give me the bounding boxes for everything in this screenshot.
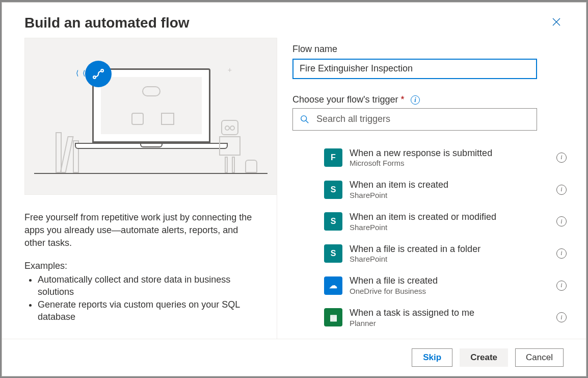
trigger-label: Choose your flow's trigger (292, 94, 405, 105)
trigger-item[interactable]: ☁When a file is createdOneDrive for Busi… (292, 269, 585, 301)
info-icon[interactable]: i (556, 312, 567, 322)
dialog-title: Build an automated flow (24, 15, 190, 31)
close-icon (552, 18, 560, 26)
trigger-subtitle: SharePoint (350, 255, 556, 263)
trigger-item[interactable]: ▦When a task is assigned to mePlanneri (292, 301, 585, 334)
trigger-subtitle: SharePoint (350, 223, 556, 232)
create-button[interactable]: Create (460, 348, 508, 367)
trigger-title: When a new response is submitted (350, 148, 556, 159)
illustration: ⟨ ⟨ + (24, 38, 277, 195)
dialog-body: ⟨ ⟨ + Free yourself from repetitive work… (2, 38, 586, 339)
left-panel: ⟨ ⟨ + Free yourself from repetitive work… (2, 38, 277, 339)
svg-point-0 (93, 76, 96, 79)
onedrive-icon: ☁ (324, 276, 342, 295)
info-icon[interactable]: i (556, 153, 567, 163)
forms-icon: F (324, 148, 342, 167)
trigger-item[interactable]: SWhen an item is createdSharePointi (292, 173, 585, 206)
svg-line-3 (306, 120, 309, 123)
trigger-subtitle: Planner (350, 319, 556, 327)
flow-badge-icon (85, 61, 112, 87)
dialog-footer: Skip Create Cancel (2, 339, 586, 376)
trigger-subtitle: OneDrive for Business (350, 287, 556, 295)
trigger-subtitle: SharePoint (350, 191, 556, 199)
trigger-title: When an item is created or modified (350, 212, 556, 222)
trigger-item[interactable]: FWhen a new response is submittedMicroso… (292, 142, 585, 174)
search-icon (300, 115, 309, 124)
flow-name-input[interactable] (292, 59, 537, 79)
right-panel[interactable]: Flow name Choose your flow's trigger i F… (277, 38, 586, 339)
trigger-title: When a file is created (350, 275, 556, 286)
trigger-title: When a file is created in a folder (350, 244, 556, 255)
skip-button[interactable]: Skip (412, 348, 452, 367)
sharepoint-icon: S (324, 181, 342, 199)
flow-name-label: Flow name (292, 44, 585, 55)
planner-icon: ▦ (324, 308, 342, 326)
cancel-button[interactable]: Cancel (515, 348, 564, 367)
examples-label: Examples: (24, 261, 254, 271)
info-icon[interactable]: i (556, 248, 567, 259)
trigger-title: When a task is assigned to me (350, 308, 556, 318)
trigger-search[interactable] (292, 108, 537, 131)
example-item: Generate reports via custom queries on y… (38, 298, 254, 323)
info-icon[interactable]: i (556, 281, 567, 291)
trigger-title: When an item is created (350, 180, 556, 190)
info-icon[interactable]: i (556, 216, 567, 226)
trigger-subtitle: Microsoft Forms (350, 159, 556, 167)
sharepoint-icon: S (324, 244, 342, 263)
trigger-item[interactable]: SWhen a file is created in a folderShare… (292, 238, 585, 270)
dialog-header: Build an automated flow (2, 3, 586, 38)
info-icon[interactable]: i (556, 185, 567, 195)
trigger-section-label: Choose your flow's trigger i (292, 94, 585, 105)
examples-list: Automatically collect and store data in … (24, 273, 254, 323)
sharepoint-icon: S (324, 212, 342, 231)
description-text: Free yourself from repetitive work just … (24, 211, 254, 250)
info-icon[interactable]: i (411, 95, 420, 105)
close-button[interactable] (549, 15, 564, 32)
svg-point-1 (101, 69, 103, 72)
example-item: Automatically collect and store data in … (38, 273, 254, 298)
trigger-item[interactable]: SWhen an item is created or modifiedShar… (292, 206, 585, 238)
svg-point-2 (301, 115, 307, 121)
trigger-list: FWhen a new response is submittedMicroso… (292, 142, 585, 334)
trigger-search-input[interactable] (315, 113, 529, 125)
build-flow-dialog: Build an automated flow ⟨ ⟨ + (2, 2, 586, 376)
